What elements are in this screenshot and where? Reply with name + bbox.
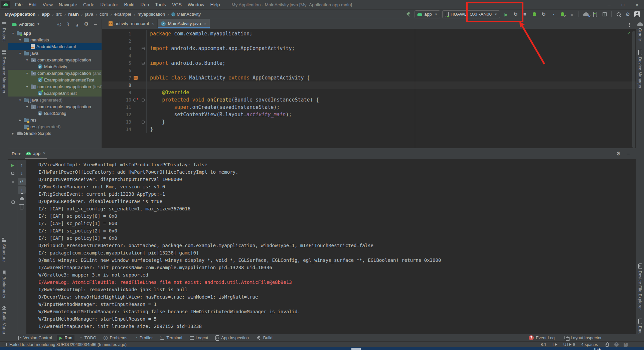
toolwindow-problems[interactable]: Problems xyxy=(101,335,130,341)
tree-item-androidmanifest-xml[interactable]: AndroidManifest.xml xyxy=(8,43,102,50)
tree-chevron-icon[interactable]: ▸ xyxy=(18,118,22,122)
menu-view[interactable]: View xyxy=(40,1,56,9)
menu-build[interactable]: Build xyxy=(121,1,137,9)
search-everywhere-button[interactable] xyxy=(614,10,623,18)
read-only-lock[interactable] xyxy=(604,342,610,347)
menu-tools[interactable]: Tools xyxy=(152,1,169,9)
restart-activity-button[interactable] xyxy=(511,10,520,18)
print-button[interactable] xyxy=(18,195,26,202)
tree-chevron-icon[interactable]: ▾ xyxy=(25,85,29,89)
toolwindow-profiler[interactable]: Profiler xyxy=(132,335,155,341)
breadcrumb-mainactivity[interactable]: MainActivity xyxy=(171,12,201,17)
tree-item-com-example-myapplication[interactable]: ▾com.example.myapplication xyxy=(8,56,102,63)
code-line-4[interactable]: 4 xyxy=(102,52,636,59)
code-line-6[interactable]: 6 xyxy=(102,67,636,74)
toolwindow-logcat[interactable]: Logcat xyxy=(187,335,211,341)
toolwindow-event-log[interactable]: 7Event Log xyxy=(526,335,557,341)
menu-navigate[interactable]: Navigate xyxy=(56,1,80,9)
sync-project-button[interactable] xyxy=(582,10,590,18)
panel-settings-button[interactable] xyxy=(82,20,91,28)
toolwindow-terminal[interactable]: Terminal xyxy=(158,335,184,341)
menu-run[interactable]: Run xyxy=(138,1,152,9)
tree-item-manifests[interactable]: ▾manifests xyxy=(8,36,102,43)
hide-panel-button[interactable] xyxy=(91,20,100,28)
breadcrumb-com[interactable]: com xyxy=(100,12,108,17)
run-configuration-settings-button[interactable] xyxy=(9,170,17,177)
indent-widget[interactable]: 4 spaces xyxy=(581,342,598,347)
tree-chevron-icon[interactable]: ▾ xyxy=(25,71,29,75)
breadcrumb-myapplication[interactable]: MyApplication xyxy=(5,12,35,17)
line-ending-widget[interactable]: LF xyxy=(552,342,557,347)
toolwindow-todo[interactable]: TODO xyxy=(77,335,99,341)
tree-chevron-icon[interactable]: ▾ xyxy=(18,38,22,42)
tool-button-device-file-explorer[interactable]: Device File Explorer xyxy=(638,264,642,310)
sdk-manager-button[interactable] xyxy=(600,10,609,18)
status-message[interactable]: Failed to start monitoring 8URDU20409004… xyxy=(9,342,127,347)
up-stack-trace-button[interactable] xyxy=(18,161,26,169)
tree-item-res-generated-[interactable]: res(generated) xyxy=(8,123,102,130)
menu-file[interactable]: File xyxy=(12,1,26,9)
tool-button-resource-manager[interactable]: Resource Manager xyxy=(2,50,6,94)
override-gutter[interactable] xyxy=(131,98,140,102)
code-line-2[interactable]: 2 xyxy=(102,37,636,45)
code-line-13[interactable]: 13 } xyxy=(102,118,636,126)
toolwindow-run[interactable]: Run xyxy=(57,335,74,341)
toolwindow-layout-inspector[interactable]: Layout Inspector xyxy=(562,335,604,341)
code-line-14[interactable]: 14} xyxy=(102,126,636,133)
menu-window[interactable]: Window xyxy=(185,1,207,9)
menu-code[interactable]: Code xyxy=(80,1,97,9)
taskbar-item[interactable] xyxy=(351,348,361,350)
tree-item-com-example-myapplication[interactable]: ▾com.example.myapplication xyxy=(8,103,102,110)
inspections-ok-icon[interactable]: ✓ xyxy=(627,30,631,36)
project-tree[interactable]: ▾app▾manifestsAndroidManifest.xml▾java▾c… xyxy=(8,29,102,137)
breadcrumb-src[interactable]: src xyxy=(56,12,62,17)
tool-button-project[interactable]: Project xyxy=(2,22,6,42)
breadcrumb-app[interactable]: app xyxy=(42,12,50,17)
fold-marker[interactable] xyxy=(140,118,147,126)
tree-item-mainactivity[interactable]: MainActivity xyxy=(8,63,102,70)
code-line-9[interactable]: 9 @Override xyxy=(102,89,636,96)
tree-item-res[interactable]: ▸res xyxy=(8,117,102,123)
activity-gutter[interactable] xyxy=(131,76,140,80)
apply-changes-button[interactable] xyxy=(521,10,529,18)
tree-chevron-icon[interactable]: ▾ xyxy=(25,105,29,109)
tree-chevron-icon[interactable]: ▾ xyxy=(18,51,22,55)
tool-button-bookmarks[interactable]: Bookmarks xyxy=(2,271,6,298)
rerun-button[interactable] xyxy=(9,161,17,169)
console-output[interactable]: D/ViewRootImpl: ViewRootImpl mIsInProduc… xyxy=(26,160,636,334)
apply-code-changes-button[interactable] xyxy=(539,10,548,18)
menu-vcs[interactable]: VCS xyxy=(169,1,185,9)
tree-item-com-example-myapplication-androidtest-[interactable]: ▾com.example.myapplication(androidTest) xyxy=(8,70,102,76)
code-line-5[interactable]: 5import android.os.Bundle; xyxy=(102,59,636,67)
tree-item-exampleinstrumentedtest[interactable]: ExampleInstrumentedTest xyxy=(8,76,102,83)
select-opened-file-button[interactable] xyxy=(55,20,63,28)
fold-marker[interactable] xyxy=(140,45,147,52)
tree-item-com-example-myapplication-test-[interactable]: ▾com.example.myapplication(test) xyxy=(8,83,102,90)
stop-button[interactable] xyxy=(568,10,576,18)
tool-button-gradle[interactable]: Gradle xyxy=(637,22,643,41)
code-line-1[interactable]: 1package com.example.myapplication; xyxy=(102,30,636,37)
project-view-selector[interactable]: Android xyxy=(19,22,35,27)
expand-all-button[interactable] xyxy=(64,20,72,28)
notifications-widget[interactable] xyxy=(623,342,629,347)
run-configuration-select[interactable]: app ▼ xyxy=(415,10,440,18)
code-line-12[interactable]: 12 setContentView(R.layout.activity_main… xyxy=(102,111,636,118)
tree-chevron-icon[interactable]: ▸ xyxy=(11,132,15,135)
code-line-7[interactable]: 7public class MainActivity extends AppCo… xyxy=(102,74,636,81)
device-select[interactable]: HUAWEI OXF-AN00 ▼ xyxy=(442,10,500,18)
run-tab-app[interactable]: app × xyxy=(25,148,47,159)
tree-chevron-icon[interactable]: ▾ xyxy=(18,98,22,102)
make-project-button[interactable] xyxy=(404,10,413,18)
tool-button-structure[interactable]: Structure xyxy=(2,238,6,262)
tool-button-device-manager[interactable]: Device Manager xyxy=(638,50,642,89)
code-editor[interactable]: 1package com.example.myapplication;23imp… xyxy=(102,29,636,133)
collapse-all-button[interactable] xyxy=(73,20,82,28)
window-close-button[interactable]: × xyxy=(630,0,644,9)
soft-wrap-button[interactable] xyxy=(18,178,26,185)
run-button[interactable] xyxy=(502,10,510,18)
menu-refactor[interactable]: Refactor xyxy=(98,1,121,9)
close-icon[interactable]: × xyxy=(43,151,45,156)
clear-all-button[interactable] xyxy=(18,203,26,210)
tree-item-java[interactable]: ▾java xyxy=(8,50,102,56)
editor-tab-mainactivity-java[interactable]: MainActivity.java× xyxy=(158,19,210,28)
